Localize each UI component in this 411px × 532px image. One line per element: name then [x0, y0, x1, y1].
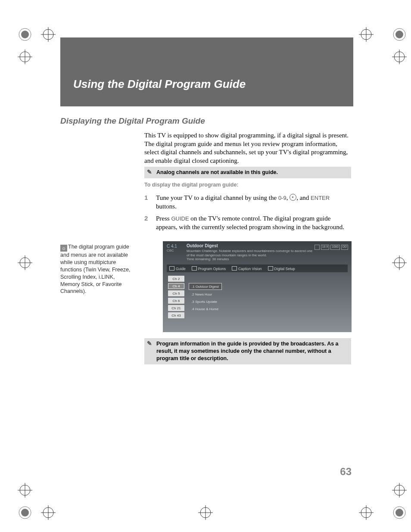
- svg-point-26: [21, 509, 29, 516]
- channel-button: Ch 43: [168, 312, 184, 318]
- guide-channel-header: C 4.1 CBC: [167, 244, 177, 252]
- registration-mark-icon: [18, 505, 32, 520]
- step-1: 1 Tune your TV to a digital channel by u…: [144, 193, 351, 211]
- guide-format-badges: 16:9 1080 DD: [314, 245, 348, 250]
- guide-tab-icon: [169, 266, 174, 271]
- info-badge-icon: [314, 245, 320, 250]
- page-number: 63: [340, 466, 352, 478]
- chapter-banner: Using the Digital Program Guide: [60, 37, 353, 106]
- button-label-guide: GUIDE: [171, 215, 189, 222]
- intro-paragraph: This TV is equipped to show digital prog…: [144, 131, 351, 165]
- channel-button: Ch 6: [168, 298, 184, 304]
- guide-channel-list: Ch 2 Ch 4 Ch 5 Ch 6 Ch 21 Ch 43: [168, 276, 184, 318]
- registration-mark-icon: [392, 255, 407, 270]
- subchannel-item: .1 Outdoor Digest: [189, 283, 222, 290]
- note-callout: ✎ Analog channels are not available in t…: [144, 167, 351, 178]
- sidebar-tip-text: The digital program guide and menus are …: [60, 244, 130, 294]
- subchannel-item: .2 News Hour: [189, 291, 222, 297]
- channel-button: Ch 5: [168, 290, 184, 296]
- guide-subchannel-list: .1 Outdoor Digest .2 News Hour .3 Sports…: [189, 283, 222, 312]
- button-label-0-9: 0-9: [278, 195, 286, 201]
- channel-button: Ch 21: [168, 305, 184, 311]
- registration-mark-icon: [359, 27, 374, 42]
- svg-point-37: [395, 509, 403, 516]
- guide-tab-bar: Guide Program Options Caption Vision Dig…: [167, 264, 348, 272]
- svg-point-1: [21, 31, 29, 38]
- step-number: 2: [144, 214, 148, 223]
- registration-mark-icon: [41, 505, 56, 520]
- step-number: 1: [144, 193, 148, 202]
- registration-mark-icon: [392, 50, 407, 64]
- subchannel-item: .4 House & Home: [189, 306, 222, 312]
- tip-icon: ☼: [60, 245, 67, 252]
- registration-mark-icon: [198, 505, 213, 520]
- registration-mark-icon: [18, 255, 32, 270]
- registration-mark-icon: [392, 483, 407, 498]
- registration-mark-icon: [18, 50, 32, 64]
- registration-mark-icon: [41, 27, 56, 42]
- note-callout: ✎ Program information in the guide is pr…: [144, 338, 351, 364]
- note-text: Analog channels are not available in thi…: [156, 169, 278, 175]
- guide-program-title: Outdoor Digest: [187, 243, 218, 248]
- cc-tab-icon: [232, 266, 237, 271]
- pencil-icon: ✎: [147, 339, 152, 348]
- subchannel-item: .3 Sports Update: [189, 299, 222, 305]
- note-text: Program information in the guide is prov…: [156, 341, 339, 361]
- registration-mark-icon: [392, 27, 407, 42]
- options-tab-icon: [192, 266, 197, 271]
- instruction-lead: To display the digital program guide:: [144, 182, 239, 188]
- registration-mark-icon: [18, 27, 32, 42]
- setup-tab-icon: [268, 266, 273, 271]
- registration-mark-icon: [18, 483, 32, 498]
- pencil-icon: ✎: [147, 168, 152, 176]
- step-2: 2 Press GUIDE on the TV's remote control…: [144, 214, 351, 232]
- button-label-enter: ENTER: [311, 195, 330, 201]
- sidebar-tip: ☼The digital program guide and menus are…: [60, 243, 136, 295]
- registration-mark-icon: [392, 505, 407, 520]
- registration-mark-icon: [359, 505, 374, 520]
- chapter-title: Using the Digital Program Guide: [73, 78, 246, 91]
- channel-button: Ch 2: [168, 276, 184, 282]
- svg-point-9: [395, 31, 403, 38]
- joystick-icon: [290, 194, 296, 201]
- program-guide-screenshot: C 4.1 CBC Outdoor Digest Mountain Challe…: [163, 241, 352, 332]
- channel-button: Ch 4: [168, 283, 184, 289]
- guide-program-description: Mountain Challenge. Notable explorers an…: [187, 249, 316, 261]
- section-heading: Displaying the Digital Program Guide: [60, 116, 205, 126]
